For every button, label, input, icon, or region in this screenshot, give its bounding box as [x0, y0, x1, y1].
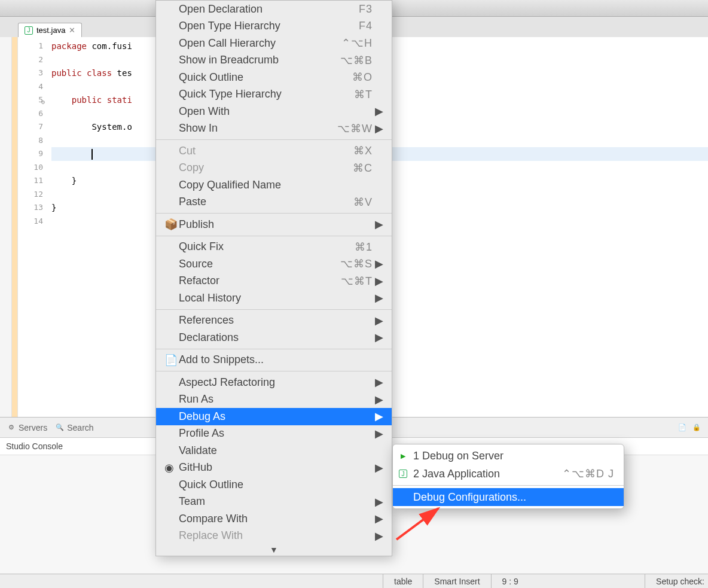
- close-icon[interactable]: ✕: [69, 26, 75, 35]
- menu-item-copy-qualified-name[interactable]: Copy Qualified Name: [156, 176, 392, 194]
- servers-tab[interactable]: ⚙ Servers: [7, 423, 47, 432]
- menu-item-team[interactable]: Team▶: [156, 493, 392, 511]
- menu-item-github[interactable]: ◉GitHub▶: [156, 459, 392, 477]
- editor-context-menu[interactable]: Open DeclarationF3Open Type HierarchyF4O…: [155, 0, 392, 556]
- menu-item-quick-type-hierarchy[interactable]: Quick Type Hierarchy⌘T: [156, 86, 392, 103]
- status-cursor-position: 9 : 9: [491, 574, 529, 588]
- status-bar: table Smart Insert 9 : 9 Setup check:: [0, 574, 708, 588]
- status-setup-check: Setup check:: [645, 574, 708, 588]
- menu-item-label: Cut: [179, 145, 353, 157]
- submenu-item-debug-on-server[interactable]: ▶1 Debug on Server: [393, 447, 624, 465]
- menu-item-profile-as[interactable]: Profile As▶: [156, 425, 392, 443]
- status-writable: table: [383, 574, 423, 588]
- menu-item-open-declaration[interactable]: Open DeclarationF3: [156, 1, 392, 18]
- menu-scroll-down-icon[interactable]: ▼: [156, 544, 392, 556]
- line-number: 6: [18, 107, 43, 121]
- chevron-right-icon: ▶: [373, 314, 383, 327]
- line-number: 11: [18, 174, 43, 188]
- line-number: 3: [18, 66, 43, 80]
- menu-shortcut: ⌘V: [353, 196, 373, 209]
- menu-item-show-in[interactable]: Show In⌥⌘W▶: [156, 120, 392, 138]
- menu-item-label: Run As: [179, 393, 373, 406]
- clear-console-icon[interactable]: 📄: [678, 424, 686, 432]
- menu-item-quick-outline[interactable]: Quick Outline⌘O: [156, 69, 392, 86]
- menu-shortcut: ⌘1: [355, 240, 373, 254]
- menu-shortcut: ⌘T: [354, 88, 373, 101]
- menu-item-declarations[interactable]: Declarations▶: [156, 329, 392, 346]
- chevron-right-icon: ▶: [373, 218, 383, 231]
- menu-item-refactor[interactable]: Refactor⌥⌘T▶: [156, 273, 392, 290]
- menu-item-label: Open With: [179, 105, 373, 118]
- menu-item-validate[interactable]: Validate: [156, 442, 392, 459]
- chevron-right-icon: ▶: [373, 275, 383, 288]
- line-number: 14: [18, 215, 43, 229]
- menu-item-show-in-breadcrumb[interactable]: Show in Breadcrumb⌥⌘B: [156, 52, 392, 69]
- menu-shortcut: F4: [359, 20, 373, 32]
- menu-separator: [156, 213, 392, 214]
- menu-item-icon: 📦: [164, 218, 179, 231]
- line-number: 13: [18, 201, 43, 215]
- line-number: 9: [18, 147, 43, 161]
- menu-item-label: Quick Outline: [179, 71, 352, 84]
- menu-item-add-to-snippets[interactable]: 📄Add to Snippets...: [156, 352, 392, 369]
- menu-shortcut: ⌘C: [353, 162, 373, 175]
- menu-item-run-as[interactable]: Run As▶: [156, 391, 392, 409]
- submenu-item-label: 2 Java Application: [413, 468, 562, 480]
- menu-item-label: Quick Outline: [179, 479, 373, 491]
- line-number: 12: [18, 188, 43, 202]
- text-caret: [91, 149, 93, 160]
- submenu-item-label: Debug Configurations...: [413, 491, 614, 504]
- menu-item-cut: Cut⌘X: [156, 142, 392, 160]
- search-tab[interactable]: 🔍 Search: [56, 423, 93, 432]
- menu-item-debug-as[interactable]: Debug As▶: [156, 408, 392, 425]
- menu-item-label: Copy: [179, 162, 353, 174]
- submenu-item-debug-configurations[interactable]: Debug Configurations...: [393, 488, 624, 506]
- menu-item-aspectj-refactoring[interactable]: AspectJ Refactoring▶: [156, 374, 392, 391]
- menu-item-label: GitHub: [179, 461, 373, 474]
- menu-item-label: Refactor: [179, 275, 341, 287]
- debug-as-submenu[interactable]: ▶1 Debug on ServerJ2 Java Application⌃⌥⌘…: [392, 444, 624, 509]
- tab-filename: test.java: [36, 26, 65, 35]
- line-number: 2: [18, 53, 43, 67]
- menu-item-source[interactable]: Source⌥⌘S▶: [156, 255, 392, 273]
- menu-item-label: Quick Fix: [179, 240, 355, 253]
- menu-item-label: Quick Type Hierarchy: [179, 88, 354, 100]
- menu-item-quick-fix[interactable]: Quick Fix⌘1: [156, 239, 392, 256]
- submenu-item-icon: ▶: [399, 452, 413, 460]
- menu-item-references[interactable]: References▶: [156, 312, 392, 330]
- menu-item-open-type-hierarchy[interactable]: Open Type HierarchyF4: [156, 18, 392, 35]
- chevron-right-icon: ▶: [373, 410, 383, 423]
- menu-shortcut: F3: [359, 3, 373, 16]
- chevron-right-icon: ▶: [373, 393, 383, 406]
- menu-item-label: Publish: [179, 218, 373, 231]
- menu-item-label: Paste: [179, 196, 353, 208]
- menu-shortcut: ⌥⌘W: [337, 122, 373, 135]
- submenu-item-java-application[interactable]: J2 Java Application⌃⌥⌘D J: [393, 465, 624, 483]
- submenu-item-label: 1 Debug on Server: [413, 450, 614, 462]
- menu-item-compare-with[interactable]: Compare With▶: [156, 510, 392, 528]
- menu-item-quick-outline[interactable]: Quick Outline: [156, 476, 392, 493]
- menu-item-label: Profile As: [179, 427, 373, 440]
- menu-item-label: Show In: [179, 122, 337, 135]
- menu-item-copy: Copy⌘C: [156, 160, 392, 177]
- line-number: 7: [18, 120, 43, 134]
- status-insert-mode: Smart Insert: [423, 574, 490, 588]
- menu-item-label: Open Type Hierarchy: [179, 20, 359, 32]
- menu-separator: [156, 309, 392, 310]
- menu-separator: [156, 349, 392, 349]
- menu-item-open-with[interactable]: Open With▶: [156, 103, 392, 120]
- line-number-gutter: 12345⊖67891011121314: [18, 37, 47, 417]
- menu-item-local-history[interactable]: Local History▶: [156, 290, 392, 307]
- menu-item-paste[interactable]: Paste⌘V: [156, 194, 392, 211]
- panel-toolbar: 📄 🔒: [678, 424, 701, 432]
- menu-item-publish[interactable]: 📦Publish▶: [156, 216, 392, 233]
- chevron-right-icon: ▶: [373, 122, 383, 135]
- chevron-right-icon: ▶: [373, 461, 383, 474]
- line-number: 10: [18, 161, 43, 175]
- lock-icon[interactable]: 🔒: [692, 424, 701, 432]
- menu-item-open-call-hierarchy[interactable]: Open Call Hierarchy⌃⌥H: [156, 35, 392, 52]
- editor-tab[interactable]: J test.java ✕: [18, 23, 82, 37]
- line-number: 4: [18, 80, 43, 94]
- menu-item-label: Open Call Hierarchy: [179, 37, 341, 50]
- chevron-right-icon: ▶: [373, 291, 383, 304]
